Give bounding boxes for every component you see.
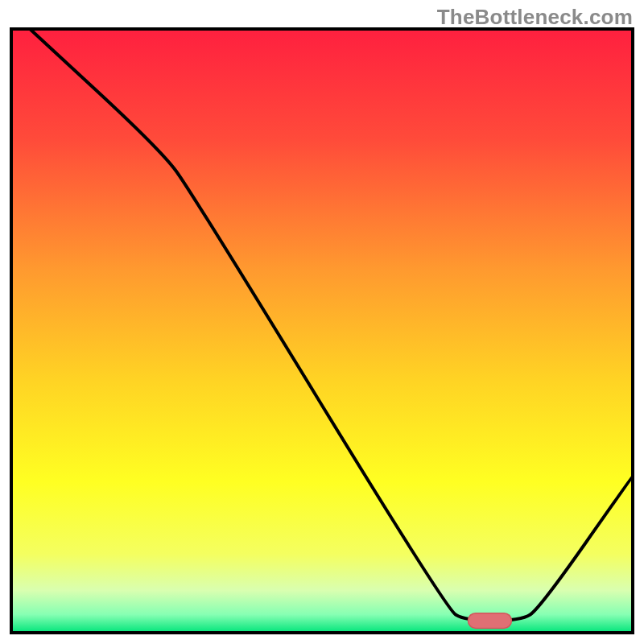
optimal-marker <box>468 613 511 629</box>
plot-background <box>11 29 633 633</box>
bottleneck-chart <box>0 0 644 644</box>
chart-frame: TheBottleneck.com <box>0 0 644 644</box>
watermark-text: TheBottleneck.com <box>437 5 633 30</box>
